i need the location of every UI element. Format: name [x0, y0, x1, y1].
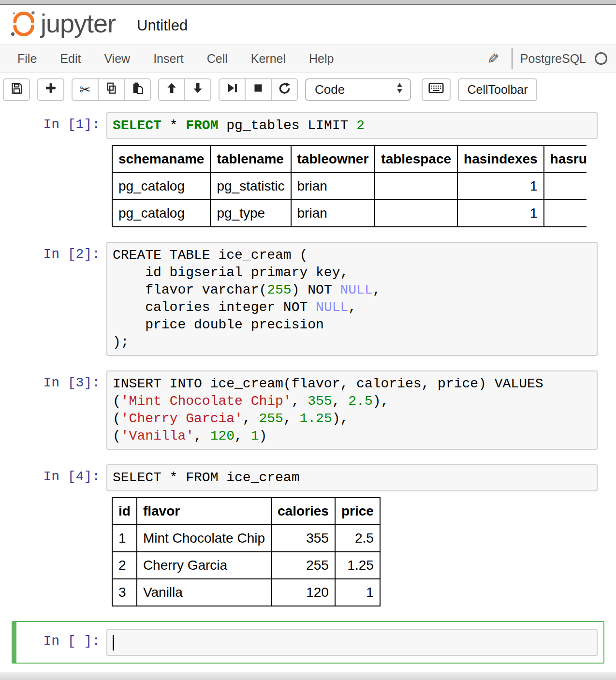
table-cell: 0 — [544, 200, 587, 227]
menu-file[interactable]: File — [8, 52, 50, 66]
table-cell: 1 — [335, 579, 380, 606]
table-cell: 1 — [112, 525, 137, 552]
menu-right: ✎ PostgreSQL — [487, 48, 607, 69]
insert-cell-below-button[interactable] — [37, 78, 64, 101]
code-input[interactable]: SELECT * FROM ice_cream — [106, 464, 598, 491]
input-prompt: In [3]: — [0, 370, 106, 450]
table-cell: pg_type — [210, 200, 291, 227]
cell-type-select[interactable]: Code — [305, 78, 411, 101]
code-cell-2: In [2]: CREATE TABLE ice_cream ( id bigs… — [0, 242, 616, 356]
table-cell — [375, 200, 457, 227]
menu-kernel[interactable]: Kernel — [241, 52, 299, 66]
menu-insert[interactable]: Insert — [144, 52, 197, 66]
output-table-wrapper: schemanametablenametableownertablespaceh… — [112, 145, 587, 227]
table-cell: 255 — [271, 552, 335, 579]
scissors-icon: ✂ — [79, 82, 90, 98]
table-cell: pg_catalog — [112, 200, 210, 227]
code-line: CREATE TABLE ice_cream ( — [113, 247, 591, 264]
code-input[interactable] — [106, 629, 598, 656]
code-line: id bigserial primary key, — [113, 264, 591, 281]
table-cell: Vanilla — [137, 579, 271, 606]
code-input[interactable]: INSERT INTO ice_cream(flavor, calories, … — [106, 370, 598, 450]
move-cell-down-button[interactable] — [184, 78, 211, 101]
column-header: hasrules — [544, 146, 587, 173]
menu-edit[interactable]: Edit — [50, 52, 94, 66]
arrow-up-icon — [165, 82, 178, 98]
output-table: schemanametablenametableownertablespaceh… — [112, 145, 587, 227]
code-line: calories integer NOT NULL, — [113, 299, 591, 316]
table-cell: Mint Chocolate Chip — [137, 525, 271, 552]
code-cell-1: In [1]: SELECT * FROM pg_tables LIMIT 2 … — [0, 112, 616, 227]
menu-cell[interactable]: Cell — [197, 52, 241, 66]
menu-view[interactable]: View — [94, 52, 144, 66]
column-header: calories — [271, 498, 335, 525]
table-row: pg_catalogpg_statisticbrian10 — [112, 173, 587, 200]
code-cell-3: In [3]: INSERT INTO ice_cream(flavor, ca… — [0, 370, 616, 450]
code-cell-empty-selected[interactable]: In [ ]: — [12, 621, 604, 664]
edit-mode-pencil-icon: ✎ — [487, 50, 499, 67]
table-row: 1Mint Chocolate Chip3552.5 — [112, 525, 380, 552]
paste-cells-button[interactable] — [124, 78, 151, 101]
jupyter-logo-text: jupyter — [41, 8, 116, 38]
output-table-wrapper: idflavorcaloriesprice1Mint Chocolate Chi… — [112, 497, 616, 606]
table-cell: 355 — [271, 525, 335, 552]
save-button[interactable] — [3, 78, 30, 101]
table-cell: brian — [291, 173, 375, 200]
code-line: SELECT * FROM ice_cream — [113, 469, 591, 487]
table-cell: 2.5 — [335, 525, 380, 552]
column-header: schemaname — [112, 146, 210, 173]
arrow-down-icon — [191, 82, 204, 98]
kernel-name: PostgreSQL — [520, 52, 586, 66]
restart-icon — [278, 82, 291, 98]
table-cell: 1 — [457, 173, 544, 200]
plus-icon — [44, 82, 57, 98]
copy-cells-button[interactable] — [98, 78, 125, 101]
code-input[interactable]: CREATE TABLE ice_cream ( id bigserial pr… — [106, 242, 598, 356]
cell-output: idflavorcaloriesprice1Mint Chocolate Chi… — [112, 497, 616, 606]
column-header: tablename — [210, 146, 291, 173]
code-line: SELECT * FROM pg_tables LIMIT 2 — [113, 117, 591, 134]
browser-chrome-strip — [0, 0, 616, 5]
menu-bar: FileEditViewInsertCellKernelHelp ✎ Postg… — [0, 44, 616, 73]
paste-icon — [131, 82, 144, 98]
command-palette-button[interactable] — [422, 78, 451, 101]
run-cell-button[interactable] — [219, 78, 246, 101]
stop-icon — [252, 82, 264, 98]
cut-cells-button[interactable]: ✂ — [72, 78, 99, 101]
code-line: flavor varchar(255) NOT NULL, — [113, 281, 591, 299]
input-prompt: In [2]: — [0, 242, 106, 356]
celltoolbar-button[interactable]: CellToolbar — [458, 78, 537, 101]
table-cell: 1 — [457, 200, 544, 227]
input-prompt: In [4]: — [0, 464, 106, 491]
code-line: ('Vanilla', 120, 1) — [113, 428, 591, 445]
save-icon — [10, 82, 23, 98]
column-header: flavor — [137, 498, 271, 525]
jupyter-logo-icon — [10, 9, 37, 40]
menu-items: FileEditViewInsertCellKernelHelp — [8, 52, 347, 66]
cell-type-value: Code — [315, 82, 345, 97]
table-cell: pg_statistic — [210, 173, 291, 200]
table-cell: 120 — [271, 579, 335, 606]
table-cell: 0 — [544, 173, 587, 200]
column-header: price — [335, 498, 380, 525]
column-header: id — [112, 498, 137, 525]
output-table: idflavorcaloriesprice1Mint Chocolate Chi… — [112, 497, 381, 606]
menu-help[interactable]: Help — [299, 52, 347, 66]
restart-kernel-button[interactable] — [271, 78, 298, 101]
notebook-header: jupyter Untitled — [0, 5, 616, 44]
table-cell — [375, 173, 457, 200]
code-line: ('Cherry Garcia', 255, 1.25), — [113, 410, 591, 428]
interrupt-kernel-button[interactable] — [245, 78, 272, 101]
table-row: pg_catalogpg_typebrian10 — [112, 200, 587, 227]
text-cursor — [113, 635, 114, 650]
code-line: ); — [113, 334, 591, 351]
code-line: price double precision — [113, 316, 591, 334]
jupyter-logo[interactable]: jupyter — [10, 9, 116, 40]
code-input[interactable]: SELECT * FROM pg_tables LIMIT 2 — [106, 112, 598, 139]
select-arrows-icon — [396, 82, 403, 97]
toolbar: ✂ — [0, 73, 616, 107]
table-cell: Cherry Garcia — [137, 552, 271, 579]
move-cell-up-button[interactable] — [158, 78, 185, 101]
notebook-title[interactable]: Untitled — [137, 17, 188, 34]
table-cell: 1.25 — [335, 552, 380, 579]
